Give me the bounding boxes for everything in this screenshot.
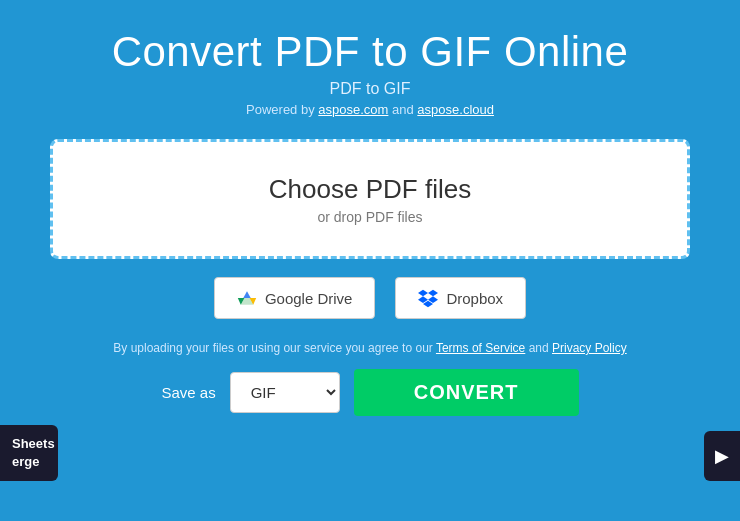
left-tab-line1: Sheets (12, 436, 55, 451)
cloud-buttons-container: Google Drive Dropbox (214, 277, 526, 319)
page-title: Convert PDF to GIF Online (112, 28, 629, 76)
left-tab-line2: erge (12, 454, 39, 469)
terms-prefix: By uploading your files or using our ser… (113, 341, 433, 355)
convert-button[interactable]: CONVERT (354, 369, 579, 416)
google-drive-label: Google Drive (265, 290, 353, 307)
terms-text: By uploading your files or using our ser… (113, 341, 626, 355)
file-drop-zone[interactable]: Choose PDF files or drop PDF files (50, 139, 690, 259)
aspose-cloud-link[interactable]: aspose.cloud (417, 102, 494, 117)
powered-by-and: and (392, 102, 417, 117)
dropbox-icon (418, 288, 438, 308)
right-sidebar-tab[interactable]: ▶ (704, 431, 740, 481)
powered-by-prefix: Powered by (246, 102, 315, 117)
drop-files-text: or drop PDF files (317, 209, 422, 225)
terms-and: and (529, 341, 552, 355)
choose-files-text: Choose PDF files (269, 174, 471, 205)
page-subtitle: PDF to GIF (330, 80, 411, 98)
bottom-bar: Save as GIF PNG JPG CONVERT (162, 369, 579, 416)
main-container: Convert PDF to GIF Online PDF to GIF Pow… (0, 0, 740, 521)
left-sidebar-tab[interactable]: Sheets erge (0, 425, 58, 481)
google-drive-button[interactable]: Google Drive (214, 277, 376, 319)
terms-of-service-link[interactable]: Terms of Service (436, 341, 525, 355)
save-as-label: Save as (162, 384, 216, 401)
format-select[interactable]: GIF PNG JPG (230, 372, 340, 413)
dropbox-label: Dropbox (446, 290, 503, 307)
dropbox-button[interactable]: Dropbox (395, 277, 526, 319)
right-arrow-icon: ▶ (715, 445, 729, 467)
google-drive-icon (237, 288, 257, 308)
privacy-policy-link[interactable]: Privacy Policy (552, 341, 627, 355)
aspose-com-link[interactable]: aspose.com (318, 102, 388, 117)
powered-by-text: Powered by aspose.com and aspose.cloud (246, 102, 494, 117)
